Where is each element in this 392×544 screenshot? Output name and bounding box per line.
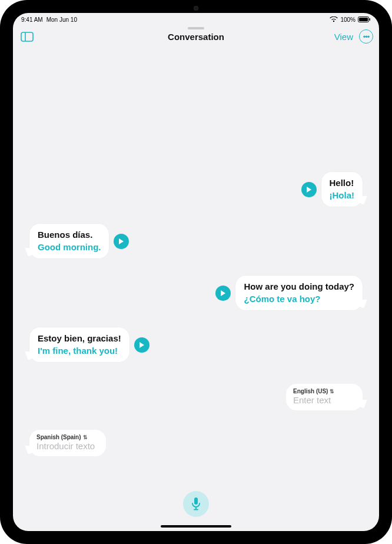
language-selector[interactable]: English (US) ⇅ (293, 388, 356, 394)
message-translation-text: ¡Hola! (330, 190, 355, 201)
message-translation-text: ¿Cómo te va hoy? (244, 293, 354, 305)
message-row: Hello! ¡Hola! (301, 172, 363, 207)
status-bar: 9:41 AM Mon Jun 10 100% (13, 13, 379, 25)
battery-icon (358, 16, 371, 22)
input-bubble-english[interactable]: English (US) ⇅ Enter text (286, 384, 363, 410)
front-camera (194, 6, 198, 11)
message-bubble[interactable]: Buenos días. Good morning. (29, 224, 109, 258)
screen: 9:41 AM Mon Jun 10 100% Conversation (13, 13, 379, 531)
more-button[interactable]: ••• (359, 29, 373, 44)
play-icon (118, 238, 124, 245)
message-translation-text: I'm fine, thank you! (38, 345, 121, 357)
conversation-area: Hello! ¡Hola! Buenos días. Good morning. (13, 48, 379, 531)
svg-rect-5 (194, 497, 198, 505)
status-time: 9:41 AM (21, 16, 43, 23)
svg-rect-3 (21, 32, 33, 41)
language-label: Spanish (Spain) (36, 434, 81, 440)
svg-rect-1 (359, 18, 368, 21)
text-input[interactable]: Introducir texto (36, 441, 99, 451)
message-source-text: How are you doing today? (244, 281, 354, 293)
input-bubble-spanish[interactable]: Spanish (Spain) ⇅ Introducir texto (29, 430, 106, 456)
message-row: Estoy bien, gracias! I'm fine, thank you… (29, 327, 150, 362)
page-title: Conversation (13, 32, 379, 42)
message-source-text: Estoy bien, gracias! (38, 333, 121, 344)
play-icon (306, 186, 312, 193)
wifi-icon (330, 16, 338, 22)
status-date: Mon Jun 10 (46, 16, 77, 23)
play-icon (139, 341, 145, 349)
updown-icon: ⇅ (83, 434, 88, 440)
message-source-text: Buenos días. (38, 229, 101, 241)
battery-percent: 100% (340, 16, 356, 23)
svg-rect-2 (370, 18, 371, 21)
message-translation-text: Good morning. (38, 241, 101, 253)
message-bubble[interactable]: Hello! ¡Hola! (321, 172, 363, 207)
view-button[interactable]: View (334, 32, 353, 42)
message-source-text: Hello! (330, 177, 355, 189)
sidebar-toggle-button[interactable] (19, 28, 35, 45)
message-row: Buenos días. Good morning. (29, 224, 129, 258)
play-icon (220, 290, 226, 297)
home-indicator[interactable] (161, 525, 231, 528)
microphone-icon (191, 497, 201, 511)
nav-bar: Conversation View ••• (13, 25, 379, 48)
language-selector[interactable]: Spanish (Spain) ⇅ (36, 434, 99, 440)
play-button[interactable] (215, 286, 231, 301)
microphone-button[interactable] (183, 491, 209, 517)
play-button[interactable] (114, 234, 129, 249)
language-label: English (US) (293, 388, 328, 394)
message-bubble[interactable]: How are you doing today? ¿Cómo te va hoy… (235, 276, 363, 310)
play-button[interactable] (134, 337, 150, 353)
ipad-device-frame: 9:41 AM Mon Jun 10 100% Conversation (0, 0, 392, 544)
message-bubble[interactable]: Estoy bien, gracias! I'm fine, thank you… (29, 327, 129, 362)
text-input[interactable]: Enter text (293, 395, 356, 405)
ellipsis-icon: ••• (363, 32, 370, 41)
updown-icon: ⇅ (330, 389, 334, 394)
play-button[interactable] (301, 182, 317, 197)
message-row: How are you doing today? ¿Cómo te va hoy… (215, 276, 363, 310)
